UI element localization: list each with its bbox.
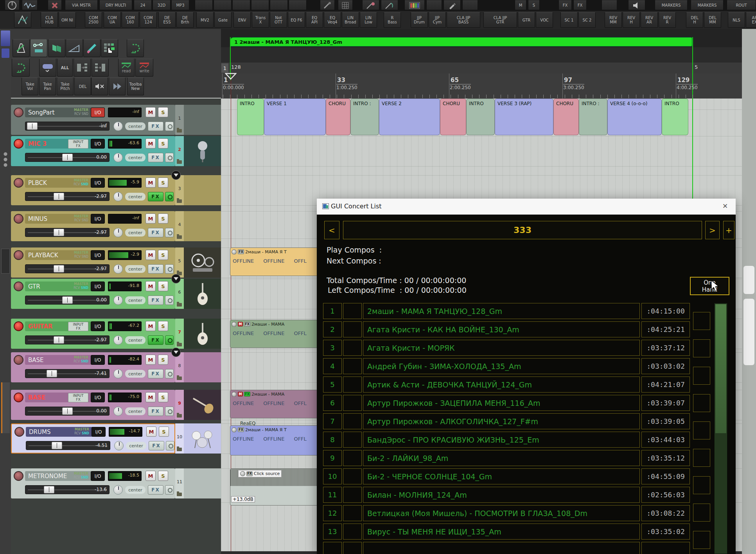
fx-bypass-button[interactable] [165, 228, 174, 237]
left-dock-blue-tab[interactable] [2, 48, 9, 58]
mute-button[interactable]: M [145, 392, 156, 402]
toolbar-new-button[interactable]: Toolba New [127, 77, 144, 95]
fader-thumb[interactable] [54, 193, 64, 200]
fx-chain-button[interactable]: FX [148, 369, 163, 378]
analyzer-button[interactable] [14, 12, 31, 28]
song-title-cell[interactable]: Агата Кристи - КАК НА ВОЙНЕ_130_Am [363, 321, 640, 337]
track-panel[interactable]: MIC 3INPUT FXI/O-63.6MS0.00centerFX [11, 136, 175, 166]
route-label[interactable]: MASTERRCV SND [66, 282, 88, 290]
solo-button[interactable]: S [158, 281, 168, 291]
toolbar-button[interactable] [426, 0, 442, 10]
mute-button[interactable]: M [145, 107, 156, 117]
route-label[interactable]: MASTERRCV SND [66, 472, 88, 480]
res-24-button[interactable]: 24 [134, 0, 152, 10]
speaker-icon[interactable] [628, 0, 645, 10]
fader-thumb[interactable] [44, 486, 54, 493]
song-title-cell[interactable]: Билан - МОЛНИЯ_124_Am [363, 487, 640, 503]
song-number-cell[interactable]: 3 [323, 340, 342, 356]
song-select-cell[interactable] [343, 395, 362, 411]
fader-thumb[interactable] [52, 442, 62, 449]
track-number-cell[interactable]: 9 [175, 390, 184, 420]
fx-chain-button[interactable]: FX [149, 441, 164, 450]
pan-knob[interactable] [113, 335, 123, 345]
song-select-cell[interactable] [343, 321, 362, 337]
io-button[interactable]: I/O [92, 427, 106, 437]
toolbar-button[interactable] [602, 0, 617, 10]
fx-preset-button[interactable]: REV H [623, 12, 640, 28]
fader-thumb[interactable] [27, 122, 38, 130]
solo-button[interactable]: S [158, 177, 168, 188]
fx-preset-button[interactable]: DEL MM [704, 12, 721, 28]
fx-preset-button[interactable]: DE ESS [158, 12, 176, 28]
toolbar-button[interactable] [289, 0, 307, 10]
fx-button[interactable]: FX [573, 0, 587, 10]
folder-collapse-button[interactable] [171, 170, 181, 180]
solo-master-button[interactable]: S [528, 0, 540, 10]
mute-master-button[interactable]: M [515, 0, 526, 10]
track-panel[interactable]: PLAYBACKMASTERRCV SNDI/O-2.9MS-2.97cente… [11, 247, 175, 278]
track-number-cell[interactable]: 4 [175, 211, 184, 241]
record-arm-button[interactable] [14, 427, 24, 437]
one-hand-button[interactable]: One Hand [690, 277, 729, 295]
fx-preset-button[interactable]: REV R [659, 12, 676, 28]
fader-thumb[interactable] [62, 407, 73, 415]
fx-preset-button[interactable]: CLA JJP GTR [483, 12, 517, 28]
left-dock-tools[interactable] [1, 249, 10, 274]
fx-preset-button[interactable]: SC 2 [578, 12, 596, 28]
region-item[interactable]: VERSE 1 [264, 99, 326, 135]
fx-preset-button[interactable]: LIN Broad [342, 12, 359, 28]
list-collapse-icon[interactable] [92, 59, 109, 77]
song-title-cell[interactable]: Вирус - ТЫ МЕНЯ НЕ ИЩИ_135_Am [363, 524, 640, 540]
song-number-cell[interactable]: 2 [323, 321, 342, 337]
song-select-cell[interactable] [343, 450, 362, 466]
song-number-cell[interactable]: 11 [323, 487, 342, 503]
io-button[interactable]: I/O [91, 471, 105, 481]
fx-preset-button[interactable]: VOC [536, 12, 553, 28]
song-title-cell[interactable]: Би-2 - ЛАЙКИ_98_Am [363, 450, 640, 466]
region-item[interactable]: CHORU [440, 99, 466, 135]
fader-thumb[interactable] [54, 265, 64, 273]
fx-preset-button[interactable]: OM NI [59, 12, 76, 28]
song-select-cell[interactable] [343, 432, 362, 448]
route-label[interactable]: MASTERRCV SND [66, 215, 88, 222]
item-mute-badge[interactable]: M [238, 322, 243, 326]
song-title-cell[interactable]: БандЭрос - ПРО КРАСИВУЮ ЖИЗНЬ_125_Em [363, 432, 640, 448]
song-marker-bar[interactable]: 1 2маши - МАМА Я ТАНЦУЮ_128_Gm [230, 37, 692, 47]
fx-chain-button[interactable]: FX [148, 153, 163, 162]
fx-chain-button[interactable]: FX [148, 192, 163, 201]
grid-edit-icon[interactable] [101, 39, 118, 57]
all-envelopes-button[interactable]: ALL [57, 59, 73, 77]
route-label[interactable]: MASTERRCV SND [66, 251, 88, 259]
volume-fader[interactable]: -2.97 [25, 335, 110, 344]
song-title-cell[interactable]: Ветлицкая (Моя Мишель) - ПОСМОТРИ В ГЛАЗ… [363, 505, 640, 521]
volume-fader[interactable]: -7.41 [25, 369, 110, 378]
pan-knob[interactable] [113, 192, 123, 201]
fx-preset-button[interactable]: REV AR [641, 12, 658, 28]
record-arm-button[interactable] [14, 355, 23, 365]
fx-bypass-button[interactable] [165, 485, 174, 495]
add-song-button[interactable]: + [723, 221, 734, 239]
track-panel[interactable]: MINUSMASTERRCV SNDI/O-infMS-2.97centerFX [11, 211, 175, 241]
fx-preset-button[interactable]: CLA HUB [41, 12, 58, 28]
fx-bypass-button[interactable] [165, 264, 174, 274]
res-32d-button[interactable]: 32D [153, 0, 171, 10]
track-number-cell[interactable]: 10 [175, 423, 184, 454]
route-label[interactable]: MASTERRCV SND [66, 108, 88, 116]
track-panel[interactable]: BASEINPUT FXI/O-75.0MS0.00centerFX [11, 390, 175, 420]
item-mute-badge[interactable]: M [238, 392, 243, 396]
pan-knob[interactable] [113, 228, 123, 237]
volume-fader[interactable]: -2.97 [25, 264, 110, 273]
song-title-cell[interactable]: Андрей Губин - ЗИМА-ХОЛОДА_135_Am [363, 358, 640, 374]
fx-preset-button[interactable]: Trans X [252, 12, 269, 28]
song-title-cell[interactable]: 2маши - МАМА Я ТАНЦУЮ_128_Gm [363, 303, 640, 319]
fx-preset-button[interactable]: EQ F6 [288, 12, 305, 28]
fx-preset-button[interactable]: Not OTT [270, 12, 287, 28]
fx-preset-button[interactable]: COM UA [104, 12, 121, 28]
volume-fader[interactable]: -4.51 [26, 441, 110, 450]
song-list-scrollbar[interactable] [714, 303, 727, 554]
route-label[interactable]: MASTERRCV SND [66, 179, 88, 186]
pan-knob[interactable] [113, 407, 123, 416]
razor-pin-icon[interactable] [362, 0, 379, 10]
fx-preset-button[interactable]: R Bass [384, 12, 401, 28]
volume-fader[interactable]: -13.6 [25, 485, 110, 494]
